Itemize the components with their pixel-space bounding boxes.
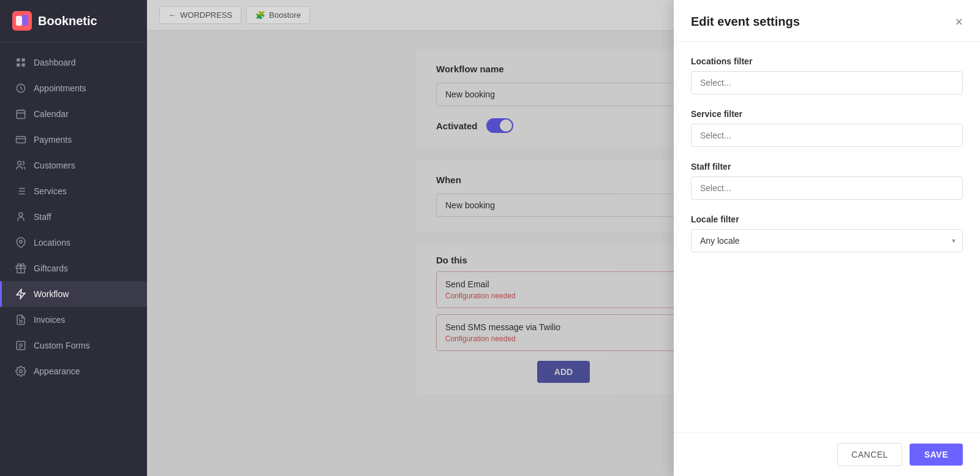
dim-overlay [147, 0, 674, 476]
sidebar-label-workflow: Workflow [34, 289, 69, 299]
panel-footer: CANCEL SAVE [674, 433, 980, 476]
sidebar-label-appointments: Appointments [34, 83, 86, 93]
svg-point-14 [18, 161, 21, 165]
service-filter-input[interactable] [691, 124, 963, 147]
sidebar-label-calendar: Calendar [34, 109, 69, 119]
workflow-icon [15, 289, 26, 300]
sidebar-item-locations[interactable]: Locations [0, 230, 147, 255]
service-filter-section: Service filter [691, 109, 963, 147]
staff-filter-label: Staff filter [691, 162, 963, 172]
svg-rect-2 [22, 15, 28, 26]
sidebar-label-invoices: Invoices [34, 315, 65, 325]
main-area: ← WORDPRESS 🧩 Boostore Workflow name Act… [147, 0, 980, 476]
panel-title: Edit event settings [691, 15, 800, 29]
staff-filter-input[interactable] [691, 176, 963, 200]
sidebar-item-appearance[interactable]: Appearance [0, 358, 147, 384]
locale-filter-select[interactable]: Any locale English French German Spanish [691, 229, 963, 252]
svg-rect-8 [17, 110, 25, 119]
svg-rect-3 [17, 58, 20, 61]
edit-event-panel: Edit event settings × Locations filter S… [674, 0, 980, 476]
locale-filter-label: Locale filter [691, 214, 963, 224]
service-filter-label: Service filter [691, 109, 963, 119]
sidebar-nav: Dashboard Appointments Calendar Payments… [0, 42, 147, 476]
cancel-button[interactable]: CANCEL [837, 443, 902, 466]
sidebar-item-dashboard[interactable]: Dashboard [0, 50, 147, 75]
forms-icon [15, 340, 26, 351]
svg-point-32 [20, 370, 23, 373]
location-icon [15, 237, 26, 248]
calendar-icon [15, 108, 26, 119]
sidebar-item-customers[interactable]: Customers [0, 153, 147, 178]
sidebar-label-custom-forms: Custom Forms [34, 341, 90, 350]
logo-icon [12, 11, 32, 31]
svg-rect-12 [17, 137, 26, 143]
person-icon [15, 211, 26, 222]
appearance-icon [15, 366, 26, 377]
logo: Booknetic [0, 0, 147, 42]
svg-rect-6 [22, 64, 25, 67]
save-button[interactable]: SAVE [910, 444, 963, 466]
locations-filter-label: Locations filter [691, 56, 963, 66]
sidebar-item-services[interactable]: Services [0, 178, 147, 204]
sidebar-label-payments: Payments [34, 135, 72, 145]
sidebar-item-invoices[interactable]: Invoices [0, 307, 147, 333]
panel-header: Edit event settings × [674, 0, 980, 42]
svg-point-21 [19, 213, 23, 216]
svg-rect-1 [16, 16, 22, 26]
sidebar-label-giftcards: Giftcards [34, 263, 68, 273]
locale-filter-section: Locale filter Any locale English French … [691, 214, 963, 252]
sidebar-label-staff: Staff [34, 212, 51, 222]
sidebar-item-calendar[interactable]: Calendar [0, 101, 147, 127]
svg-marker-25 [17, 290, 25, 299]
sidebar-label-dashboard: Dashboard [34, 58, 76, 67]
credit-card-icon [15, 134, 26, 145]
list-icon [15, 186, 26, 197]
gift-icon [15, 263, 26, 274]
clock-icon [15, 83, 26, 94]
svg-rect-5 [17, 64, 20, 67]
sidebar-item-staff[interactable]: Staff [0, 204, 147, 230]
locations-filter-section: Locations filter [691, 56, 963, 94]
svg-rect-4 [22, 58, 25, 61]
sidebar-item-workflow[interactable]: Workflow [0, 281, 147, 307]
sidebar-label-customers: Customers [34, 161, 75, 170]
dashboard-icon [15, 57, 26, 68]
locale-select-wrapper: Any locale English French German Spanish [691, 229, 963, 252]
sidebar-item-custom-forms[interactable]: Custom Forms [0, 333, 147, 358]
sidebar-label-services: Services [34, 186, 67, 196]
panel-body: Locations filter Service filter Staff fi… [674, 42, 980, 433]
app-name: Booknetic [38, 14, 97, 28]
panel-close-button[interactable]: × [955, 15, 963, 29]
sidebar-label-appearance: Appearance [34, 366, 80, 376]
sidebar-label-locations: Locations [34, 238, 70, 247]
sidebar-item-appointments[interactable]: Appointments [0, 75, 147, 101]
invoice-icon [15, 314, 26, 325]
sidebar: Booknetic Dashboard Appointments Calenda… [0, 0, 147, 476]
users-icon [15, 160, 26, 171]
locations-filter-input[interactable] [691, 71, 963, 94]
sidebar-item-giftcards[interactable]: Giftcards [0, 255, 147, 281]
staff-filter-section: Staff filter [691, 162, 963, 200]
sidebar-item-payments[interactable]: Payments [0, 127, 147, 153]
svg-point-22 [20, 240, 23, 243]
